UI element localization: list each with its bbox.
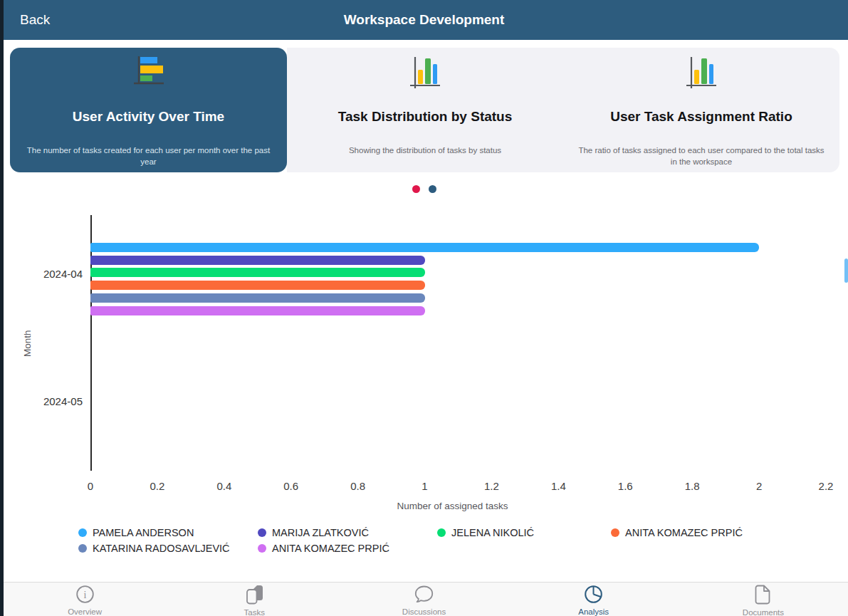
bar-segment[interactable] xyxy=(90,243,759,252)
legend-color-dot xyxy=(258,528,266,537)
legend-item[interactable]: JELENA NIKOLIĆ xyxy=(437,527,534,538)
x-axis-tick-label: 0.6 xyxy=(270,480,313,492)
pie-chart-icon xyxy=(584,585,603,607)
x-axis-tick-label: 0 xyxy=(69,480,112,492)
legend-item[interactable]: MARIJA ZLATKOVIĆ xyxy=(258,527,369,538)
user-activity-bar-chart: 2024-042024-0500.20.40.60.811.21.41.61.8… xyxy=(0,0,848,616)
tab-tasks[interactable]: Tasks xyxy=(169,583,339,616)
tab-label: Analysis xyxy=(578,607,609,616)
tab-overview[interactable]: i Overview xyxy=(0,583,169,616)
legend-item[interactable]: ANITA KOMAZEC PRPIĆ xyxy=(611,527,743,538)
page-title: Workspace Development xyxy=(0,0,848,40)
legend-item[interactable]: ANITA KOMAZEC PRPIĆ xyxy=(258,543,389,554)
legend-color-dot xyxy=(437,528,446,537)
x-axis-title: Number of assigned tasks xyxy=(346,501,560,511)
x-axis-tick-label: 1.6 xyxy=(604,480,647,492)
legend-color-dot xyxy=(78,528,87,537)
bar-segment[interactable] xyxy=(90,281,425,290)
legend-color-dot xyxy=(258,544,266,553)
tab-label: Tasks xyxy=(244,608,265,616)
y-axis-category-label: 2024-04 xyxy=(20,268,83,280)
tasks-icon xyxy=(245,585,264,607)
legend-label: ANITA KOMAZEC PRPIĆ xyxy=(625,527,743,538)
bar-segment[interactable] xyxy=(90,256,425,265)
top-nav-bar: Workspace Development Back xyxy=(0,0,848,40)
tab-analysis[interactable]: Analysis xyxy=(509,583,679,616)
tab-discussions[interactable]: Discussions xyxy=(339,583,508,616)
legend-label: ANITA KOMAZEC PRPIĆ xyxy=(272,543,389,554)
legend-label: MARIJA ZLATKOVIĆ xyxy=(272,527,369,538)
tab-documents[interactable]: Documents xyxy=(679,583,848,616)
screen-edge-strip xyxy=(0,0,4,616)
y-axis-title: Month xyxy=(22,330,33,357)
bar-segment[interactable] xyxy=(90,293,425,303)
speech-bubble-icon xyxy=(414,585,434,607)
bar-segment[interactable] xyxy=(90,306,425,315)
scrollbar[interactable] xyxy=(844,259,848,283)
x-axis-tick-label: 0.4 xyxy=(203,480,246,492)
legend-color-dot xyxy=(611,528,619,537)
tab-label: Documents xyxy=(743,608,784,616)
legend-item[interactable]: PAMELA ANDERSON xyxy=(78,527,194,538)
y-axis-line xyxy=(90,215,92,471)
x-axis-tick-label: 0.8 xyxy=(337,480,379,492)
x-axis-tick-label: 2.2 xyxy=(805,480,847,492)
x-axis-tick-label: 1.4 xyxy=(537,480,580,492)
legend-label: PAMELA ANDERSON xyxy=(93,527,194,538)
tab-label: Discussions xyxy=(402,607,446,616)
legend-color-dot xyxy=(78,544,87,553)
x-axis-tick-label: 0.2 xyxy=(136,480,179,492)
y-axis-category-label: 2024-05 xyxy=(20,395,83,407)
info-icon: i xyxy=(75,585,95,607)
bar-segment[interactable] xyxy=(90,268,425,277)
legend-label: JELENA NIKOLIĆ xyxy=(451,527,534,538)
document-icon xyxy=(754,585,772,607)
legend-label: KATARINA RADOSAVLJEVIĆ xyxy=(93,543,230,554)
tab-label: Overview xyxy=(68,607,102,616)
legend-item[interactable]: KATARINA RADOSAVLJEVIĆ xyxy=(78,543,230,554)
x-axis-tick-label: 1.2 xyxy=(470,480,513,492)
x-axis-tick-label: 2 xyxy=(738,480,780,492)
bottom-tab-bar: i Overview Tasks Discussions xyxy=(0,582,848,616)
svg-text:i: i xyxy=(83,590,86,600)
x-axis-tick-label: 1.8 xyxy=(671,480,713,492)
x-axis-tick-label: 1 xyxy=(404,480,446,492)
app-window: Workspace Development Back User Activity… xyxy=(0,0,848,616)
back-button[interactable]: Back xyxy=(20,0,50,40)
